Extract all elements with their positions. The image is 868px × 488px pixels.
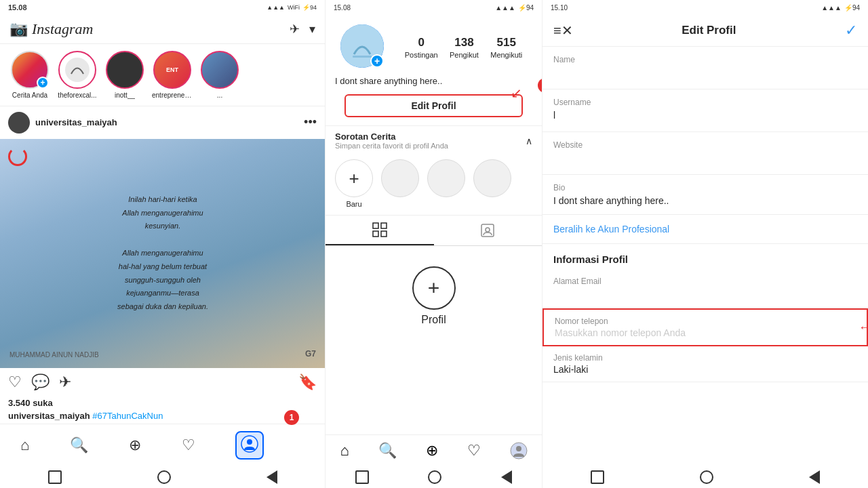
phone-square-btn-mid[interactable]	[355, 470, 369, 484]
bio-value[interactable]: I dont share anything here..	[553, 195, 857, 206]
email-label: Alamat Email	[553, 277, 857, 286]
story-partial[interactable]: ...	[199, 51, 240, 99]
phone-square-btn-right[interactable]	[591, 470, 604, 484]
nav-profile-highlighted[interactable]	[235, 431, 264, 460]
sorotan-add-circle[interactable]: +	[335, 159, 373, 197]
sorotan-empty-circle-1	[381, 159, 419, 197]
caption-username: universitas_maiyah	[8, 411, 90, 421]
profile-add-button[interactable]: +	[370, 54, 384, 68]
nav-add-icon[interactable]: ⊕	[129, 436, 141, 454]
mid-nav-heart-icon[interactable]: ♡	[467, 442, 481, 460]
story-entrepreneur[interactable]: ENT entrepreneur...	[152, 51, 193, 99]
bio-label: Bio	[553, 183, 857, 192]
story-avatar-wrapper-entrepreneur: ENT	[153, 51, 191, 89]
story-plus-badge-cerita: +	[37, 77, 49, 89]
svg-point-10	[486, 228, 490, 232]
sorotan-collapse-icon[interactable]: ∧	[526, 136, 532, 146]
edit-profil-button[interactable]: Edit Profil	[344, 94, 523, 117]
sorotan-empty-circle-3	[473, 159, 511, 197]
profile-stats: 0 Postingan 138 Pengikut 515 Mengikuti	[392, 28, 535, 64]
edit-field-gender: Jenis kelamin Laki-laki	[542, 346, 868, 382]
dropdown-icon[interactable]: ▾	[309, 22, 315, 37]
sorotan-baru-label: Baru	[346, 200, 361, 208]
edit-field-phone[interactable]: Nomor telepon Masukkan nomor telepon And…	[542, 308, 868, 346]
edit-field-website: Website	[542, 132, 868, 175]
status-bar-right: 15.10 ▲▲▲ ⚡94	[542, 0, 868, 15]
profile-top-row: + 0 Postingan 138 Pengikut 515 Mengikuti	[326, 15, 542, 73]
nav-search-icon[interactable]: 🔍	[70, 436, 88, 454]
grid-tabs	[326, 215, 542, 246]
story-inott[interactable]: inott__	[104, 51, 145, 99]
svg-point-12	[516, 446, 521, 451]
bookmark-icon[interactable]: 🔖	[298, 373, 317, 391]
edit-profile-check-icon[interactable]: ✓	[845, 22, 857, 39]
phone-circle-btn-right[interactable]	[700, 470, 713, 484]
battery-icon-mid: ⚡94	[518, 4, 534, 12]
logo-area: 📷 Instagram	[9, 20, 93, 38]
share-icon[interactable]: ✈	[59, 373, 71, 391]
story-cerita-anda[interactable]: + Cerita Anda	[9, 51, 50, 99]
camera-icon[interactable]: 📷	[9, 20, 28, 38]
mid-nav-home-icon[interactable]: ⌂	[340, 442, 349, 460]
stat-mengikuti[interactable]: 515 Mengikuti	[490, 36, 522, 59]
phone-back-btn-mid[interactable]	[501, 470, 512, 484]
new-post-label: Profil	[421, 314, 446, 326]
edit-professional-link[interactable]: Beralih ke Akun Profesional	[542, 215, 868, 244]
post-menu-icon[interactable]: •••	[304, 115, 317, 129]
website-value[interactable]	[553, 152, 857, 166]
phone-label: Nomor telepon	[555, 317, 856, 326]
phone-back-btn-left[interactable]	[267, 470, 277, 484]
like-icon[interactable]: ♡	[8, 373, 22, 391]
phone-back-btn-right[interactable]	[809, 470, 820, 484]
edit-profile-header: ≡✕ Edit Profil ✓	[542, 15, 868, 47]
comment-icon[interactable]: 💬	[31, 373, 50, 391]
name-value[interactable]	[553, 67, 857, 81]
stat-mengikuti-label: Mengikuti	[490, 51, 522, 59]
svg-rect-6	[381, 223, 387, 228]
mid-bottom-nav: ⌂ 🔍 ⊕ ♡	[326, 434, 542, 466]
status-icons-mid: ▲▲▲ ⚡94	[495, 4, 534, 12]
gender-label: Jenis kelamin	[553, 353, 857, 363]
post-user[interactable]: universitas_maiyah	[8, 112, 117, 134]
mid-nav-add-icon[interactable]: ⊕	[426, 442, 438, 460]
profile-nav-icon	[241, 435, 258, 453]
tab-tagged[interactable]	[434, 216, 542, 245]
story-avatar-wrapper-inott	[106, 51, 144, 89]
name-label: Name	[553, 55, 857, 64]
gender-value[interactable]: Laki-laki	[553, 364, 857, 375]
new-post-circle[interactable]: +	[412, 266, 456, 310]
svg-point-0	[65, 58, 90, 82]
nav-home-icon[interactable]: ⌂	[20, 436, 29, 454]
professional-link-text[interactable]: Beralih ke Akun Profesional	[553, 224, 669, 235]
sorotan-empty-3	[473, 159, 511, 208]
story-forex[interactable]: theforexcal...	[57, 51, 98, 99]
svg-rect-4	[353, 56, 372, 58]
tab-grid[interactable]	[326, 216, 434, 245]
edit-field-username: Username l	[542, 89, 868, 132]
edit-profile-menu-icon[interactable]: ≡✕	[553, 22, 573, 39]
stat-postingan-number: 0	[418, 36, 424, 49]
sorotan-empty-circle-2	[427, 159, 465, 197]
annotation-circle-2: 2	[538, 78, 542, 93]
sorotan-baru[interactable]: + Baru	[335, 159, 373, 208]
status-icons-right: ▲▲▲ ⚡94	[821, 4, 860, 12]
username-value[interactable]: l	[553, 110, 857, 123]
phone-circle-btn-mid[interactable]	[428, 470, 441, 484]
nav-heart-icon[interactable]: ♡	[182, 436, 195, 454]
time-right: 15.10	[551, 4, 568, 12]
send-icon[interactable]: ✈	[290, 22, 300, 37]
story-avatar-inott	[106, 51, 144, 89]
email-value[interactable]	[553, 287, 857, 301]
annotation-arrow-2: ↙	[511, 85, 522, 101]
bottom-nav-left: ⌂ 🔍 ⊕ ♡ 1	[0, 424, 325, 466]
phone-square-btn-left[interactable]	[48, 470, 62, 484]
stat-pengikut[interactable]: 138 Pengikut	[450, 36, 479, 59]
status-bar-mid: 15.08 ▲▲▲ ⚡94	[326, 0, 542, 15]
phone-circle-btn-left[interactable]	[157, 470, 171, 484]
annotation-arrow-3: ←	[859, 321, 868, 335]
mid-nav-search-icon[interactable]: 🔍	[378, 442, 397, 460]
post-header: universitas_maiyah •••	[0, 106, 325, 139]
sorotan-circles: + Baru	[326, 152, 542, 215]
mid-nav-profile-icon[interactable]	[510, 442, 528, 460]
edit-field-bio: Bio I dont share anything here..	[542, 175, 868, 215]
